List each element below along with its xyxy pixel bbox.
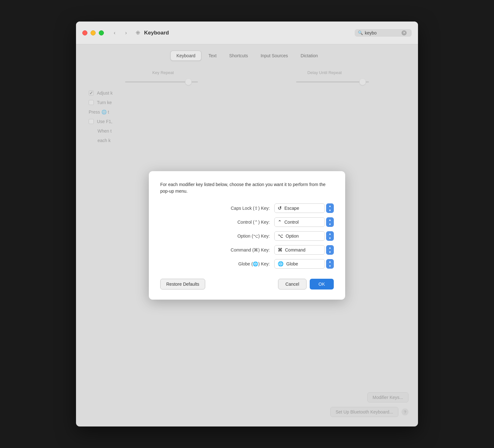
- maximize-button[interactable]: [99, 30, 104, 35]
- control-stepper[interactable]: ▲ ▼: [326, 217, 334, 227]
- command-label: Command (⌘) Key:: [206, 247, 270, 252]
- forward-button[interactable]: ›: [122, 28, 130, 37]
- caps-lock-value: Escape: [284, 206, 321, 211]
- command-row: Command (⌘) Key: ⌘ Command ▲ ▼: [160, 245, 334, 255]
- traffic-lights: [82, 30, 104, 35]
- grid-icon: ⁜: [136, 29, 140, 36]
- cancel-button[interactable]: Cancel: [278, 279, 307, 289]
- search-clear-button[interactable]: ✕: [402, 30, 407, 35]
- option-stepper-down[interactable]: ▼: [326, 236, 333, 240]
- key-rows: Caps Lock (⇪) Key: ↺ Escape ▲ ▼ Control …: [160, 203, 334, 269]
- caps-lock-stepper-up[interactable]: ▲: [326, 204, 333, 208]
- modal-description: For each modifier key listed below, choo…: [160, 181, 334, 195]
- caps-lock-icon: ↺: [278, 205, 282, 211]
- option-stepper[interactable]: ▲ ▼: [326, 231, 334, 241]
- search-input[interactable]: [365, 30, 400, 35]
- caps-lock-row: Caps Lock (⇪) Key: ↺ Escape ▲ ▼: [160, 203, 334, 213]
- modifier-keys-modal: For each modifier key listed below, choo…: [149, 171, 345, 300]
- titlebar: ‹ › ⁜ Keyboard 🔍 ✕: [76, 22, 418, 44]
- close-button[interactable]: [82, 30, 87, 35]
- search-icon: 🔍: [358, 30, 363, 35]
- command-stepper-down[interactable]: ▼: [326, 250, 333, 254]
- command-icon: ⌘: [278, 247, 282, 253]
- control-icon: ⌃: [278, 219, 282, 225]
- minimize-button[interactable]: [91, 30, 96, 35]
- control-stepper-down[interactable]: ▼: [326, 222, 333, 227]
- caps-lock-select[interactable]: ↺ Escape: [274, 203, 325, 213]
- command-stepper-up[interactable]: ▲: [326, 246, 333, 250]
- command-select[interactable]: ⌘ Command: [274, 245, 325, 255]
- globe-stepper-down[interactable]: ▼: [326, 264, 333, 268]
- globe-select[interactable]: 🌐 Globe: [274, 259, 325, 269]
- globe-row: Globe (🌐) Key: 🌐 Globe ▲ ▼: [160, 259, 334, 269]
- control-stepper-up[interactable]: ▲: [326, 218, 333, 222]
- option-label: Option (⌥) Key:: [206, 233, 270, 239]
- control-label: Control (⌃) Key:: [206, 220, 270, 225]
- globe-value: Globe: [286, 261, 321, 266]
- option-row: Option (⌥) Key: ⌥ Option ▲ ▼: [160, 231, 334, 241]
- caps-lock-stepper[interactable]: ▲ ▼: [326, 203, 334, 213]
- option-select[interactable]: ⌥ Option: [274, 231, 325, 241]
- control-select[interactable]: ⌃ Control: [274, 217, 325, 227]
- keyboard-window: ‹ › ⁜ Keyboard 🔍 ✕ Keyboard Text Shortcu…: [76, 22, 418, 426]
- back-button[interactable]: ‹: [110, 28, 119, 37]
- caps-lock-stepper-down[interactable]: ▼: [326, 208, 333, 213]
- option-value: Option: [286, 233, 321, 239]
- globe-stepper[interactable]: ▲ ▼: [326, 259, 334, 269]
- caps-lock-label: Caps Lock (⇪) Key:: [206, 206, 270, 211]
- option-icon: ⌥: [278, 233, 283, 239]
- content-area: Keyboard Text Shortcuts Input Sources Di…: [76, 44, 418, 426]
- globe-stepper-up[interactable]: ▲: [326, 259, 333, 264]
- command-value: Command: [285, 247, 321, 252]
- command-stepper[interactable]: ▲ ▼: [326, 245, 334, 255]
- control-row: Control (⌃) Key: ⌃ Control ▲ ▼: [160, 217, 334, 227]
- window-title: Keyboard: [144, 30, 355, 36]
- search-box: 🔍 ✕: [355, 29, 412, 37]
- restore-defaults-button[interactable]: Restore Defaults: [160, 279, 205, 289]
- globe-icon: 🌐: [278, 261, 284, 267]
- right-actions: Cancel OK: [278, 279, 334, 289]
- modal-actions: Restore Defaults Cancel OK: [160, 279, 334, 289]
- globe-label: Globe (🌐) Key:: [206, 261, 270, 266]
- ok-button[interactable]: OK: [310, 279, 334, 289]
- nav-buttons: ‹ ›: [110, 28, 130, 37]
- modal-overlay: For each modifier key listed below, choo…: [76, 44, 418, 426]
- control-value: Control: [284, 220, 321, 225]
- option-stepper-up[interactable]: ▲: [326, 232, 333, 236]
